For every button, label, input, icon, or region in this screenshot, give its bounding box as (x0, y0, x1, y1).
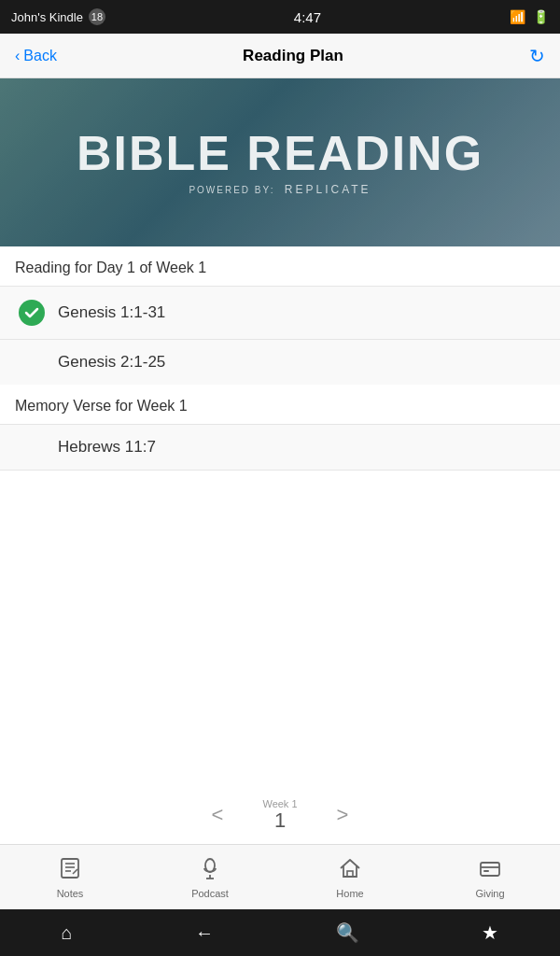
hero-title: BIBLE READING (77, 129, 483, 177)
page-title: Reading Plan (243, 47, 343, 65)
battery-icon: 🔋 (533, 9, 549, 24)
reading-text-hebrews: Hebrews 11:7 (58, 438, 156, 457)
reading-text-genesis-1: Genesis 1:1-31 (58, 303, 165, 322)
hero-subtitle: POWERED BY: REPLICATE (189, 183, 371, 196)
giving-label: Giving (475, 888, 504, 899)
page-number: 1 (274, 809, 286, 832)
home-label: Home (336, 888, 363, 899)
tab-home[interactable]: Home (280, 845, 420, 909)
back-label: Back (23, 48, 57, 64)
next-page-button[interactable]: > (326, 797, 360, 833)
tab-podcast[interactable]: Podcast (140, 845, 280, 909)
wifi-icon: 📶 (510, 9, 525, 24)
status-bar: John's Kindle 18 4:47 📶 🔋 (0, 0, 560, 34)
notification-badge: 18 (89, 8, 105, 25)
status-icons: 📶 🔋 (510, 9, 549, 24)
status-time: 4:47 (294, 9, 321, 25)
content-area: Reading for Day 1 of Week 1 Genesis 1:1-… (0, 246, 560, 786)
reading-section-header: Reading for Day 1 of Week 1 (0, 246, 560, 286)
giving-icon (478, 856, 502, 884)
reading-item-genesis-2[interactable]: Genesis 2:1-25 (0, 339, 560, 385)
podcast-label: Podcast (191, 888, 229, 899)
reading-text-genesis-2: Genesis 2:1-25 (58, 353, 165, 372)
tab-giving[interactable]: Giving (420, 845, 560, 909)
android-bar: ⌂ ← 🔍 ★ (0, 909, 560, 956)
back-chevron-icon: ‹ (15, 48, 20, 64)
device-name: John's Kindle (11, 10, 83, 24)
android-bookmark-button[interactable]: ★ (463, 914, 517, 951)
hero-banner: BIBLE READING POWERED BY: REPLICATE (0, 78, 560, 246)
svg-line-4 (73, 869, 77, 874)
svg-point-5 (205, 859, 215, 872)
memory-section-header: Memory Verse for Week 1 (0, 385, 560, 424)
svg-rect-9 (481, 863, 499, 876)
reading-item-genesis-1[interactable]: Genesis 1:1-31 (0, 286, 560, 339)
tab-notes[interactable]: Notes (0, 845, 140, 909)
tab-bar: Notes Podcast Home (0, 844, 560, 909)
notes-icon (58, 856, 82, 884)
powered-by-label: POWERED BY: (189, 185, 274, 195)
android-search-button[interactable]: 🔍 (317, 914, 378, 951)
home-icon (338, 856, 362, 884)
page-info: Week 1 1 (262, 798, 297, 832)
prev-page-button[interactable]: < (201, 797, 235, 833)
notes-label: Notes (57, 888, 84, 899)
pagination-bar: < Week 1 1 > (0, 786, 560, 844)
svg-rect-8 (347, 871, 353, 877)
brand-name: REPLICATE (285, 183, 371, 196)
podcast-icon (198, 856, 222, 884)
nav-bar: ‹ Back Reading Plan ↻ (0, 34, 560, 78)
reading-item-hebrews[interactable]: Hebrews 11:7 (0, 424, 560, 471)
status-device: John's Kindle 18 (11, 8, 105, 25)
back-button[interactable]: ‹ Back (15, 48, 57, 64)
svg-rect-0 (62, 859, 78, 878)
check-icon (19, 300, 45, 326)
refresh-button[interactable]: ↻ (529, 45, 545, 67)
android-back-button[interactable]: ← (176, 915, 232, 951)
android-home-button[interactable]: ⌂ (43, 915, 91, 951)
